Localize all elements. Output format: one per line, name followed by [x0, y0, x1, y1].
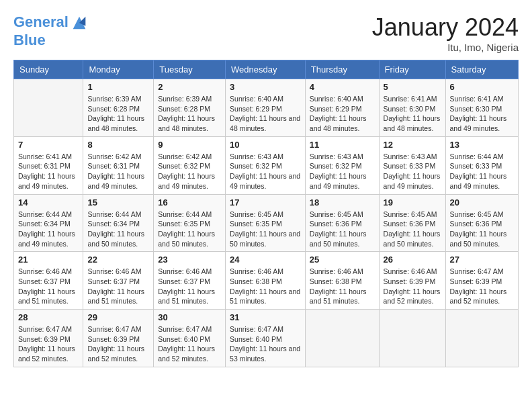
day-number: 8 — [87, 140, 149, 150]
calendar-cell — [305, 310, 379, 367]
calendar-cell: 11Sunrise: 6:43 AMSunset: 6:32 PMDayligh… — [305, 136, 379, 194]
day-number: 11 — [310, 140, 375, 150]
day-number: 17 — [230, 197, 301, 208]
day-info: Sunrise: 6:42 AMSunset: 6:32 PMDaylight:… — [158, 152, 221, 191]
day-info: Sunrise: 6:44 AMSunset: 6:34 PMDaylight:… — [18, 210, 79, 249]
day-info: Sunrise: 6:41 AMSunset: 6:31 PMDaylight:… — [18, 152, 79, 191]
day-number: 1 — [87, 82, 149, 92]
logo: General Blue — [13, 13, 89, 48]
day-info: Sunrise: 6:44 AMSunset: 6:34 PMDaylight:… — [87, 210, 149, 249]
calendar-cell: 10Sunrise: 6:43 AMSunset: 6:32 PMDayligh… — [226, 136, 306, 194]
day-info: Sunrise: 6:47 AMSunset: 6:40 PMDaylight:… — [230, 324, 301, 364]
calendar-cell: 15Sunrise: 6:44 AMSunset: 6:34 PMDayligh… — [83, 194, 154, 252]
calendar-cell — [445, 310, 518, 367]
day-info: Sunrise: 6:46 AMSunset: 6:38 PMDaylight:… — [310, 267, 375, 306]
day-info: Sunrise: 6:47 AMSunset: 6:39 PMDaylight:… — [450, 267, 514, 306]
day-info: Sunrise: 6:42 AMSunset: 6:31 PMDaylight:… — [87, 152, 149, 191]
calendar-cell: 2Sunrise: 6:39 AMSunset: 6:28 PMDaylight… — [154, 79, 226, 137]
calendar-cell: 12Sunrise: 6:43 AMSunset: 6:33 PMDayligh… — [379, 136, 445, 194]
day-number: 28 — [18, 312, 79, 322]
day-number: 29 — [87, 312, 149, 322]
day-number: 26 — [384, 255, 441, 265]
day-info: Sunrise: 6:46 AMSunset: 6:37 PMDaylight:… — [158, 267, 221, 306]
day-number: 3 — [230, 82, 301, 92]
week-row-2: 7Sunrise: 6:41 AMSunset: 6:31 PMDaylight… — [14, 136, 519, 194]
calendar-cell: 24Sunrise: 6:46 AMSunset: 6:38 PMDayligh… — [226, 252, 306, 310]
calendar-cell: 3Sunrise: 6:40 AMSunset: 6:29 PMDaylight… — [226, 79, 306, 137]
day-number: 2 — [158, 82, 221, 92]
day-number: 15 — [87, 197, 149, 208]
day-info: Sunrise: 6:43 AMSunset: 6:33 PMDaylight:… — [384, 152, 441, 191]
calendar-cell: 23Sunrise: 6:46 AMSunset: 6:37 PMDayligh… — [154, 252, 226, 310]
day-info: Sunrise: 6:41 AMSunset: 6:30 PMDaylight:… — [384, 94, 441, 134]
day-number: 4 — [310, 82, 375, 92]
day-info: Sunrise: 6:45 AMSunset: 6:36 PMDaylight:… — [450, 210, 514, 249]
day-number: 12 — [384, 140, 441, 150]
calendar-table: SundayMondayTuesdayWednesdayThursdayFrid… — [13, 60, 519, 367]
weekday-header-saturday: Saturday — [445, 60, 518, 79]
calendar-cell: 1Sunrise: 6:39 AMSunset: 6:28 PMDaylight… — [83, 79, 154, 137]
title-section: January 2024 Itu, Imo, Nigeria — [372, 13, 519, 53]
day-number: 31 — [230, 312, 301, 322]
calendar-cell: 9Sunrise: 6:42 AMSunset: 6:32 PMDaylight… — [154, 136, 226, 194]
day-info: Sunrise: 6:45 AMSunset: 6:36 PMDaylight:… — [310, 210, 375, 249]
calendar-cell: 25Sunrise: 6:46 AMSunset: 6:38 PMDayligh… — [305, 252, 379, 310]
day-number: 14 — [18, 197, 79, 208]
logo-text: General — [13, 13, 89, 32]
day-info: Sunrise: 6:44 AMSunset: 6:35 PMDaylight:… — [158, 210, 221, 249]
calendar-cell — [379, 310, 445, 367]
day-info: Sunrise: 6:46 AMSunset: 6:37 PMDaylight:… — [87, 267, 149, 306]
day-number: 5 — [384, 82, 441, 92]
day-info: Sunrise: 6:39 AMSunset: 6:28 PMDaylight:… — [158, 94, 221, 134]
calendar-cell: 30Sunrise: 6:47 AMSunset: 6:40 PMDayligh… — [154, 310, 226, 367]
day-info: Sunrise: 6:40 AMSunset: 6:29 PMDaylight:… — [230, 94, 301, 134]
day-info: Sunrise: 6:43 AMSunset: 6:32 PMDaylight:… — [230, 152, 301, 191]
weekday-header-tuesday: Tuesday — [154, 60, 226, 79]
calendar-cell: 31Sunrise: 6:47 AMSunset: 6:40 PMDayligh… — [226, 310, 306, 367]
calendar-cell: 27Sunrise: 6:47 AMSunset: 6:39 PMDayligh… — [445, 252, 518, 310]
day-number: 19 — [384, 197, 441, 208]
calendar-cell: 17Sunrise: 6:45 AMSunset: 6:35 PMDayligh… — [226, 194, 306, 252]
day-info: Sunrise: 6:44 AMSunset: 6:33 PMDaylight:… — [450, 152, 514, 191]
day-number: 13 — [450, 140, 514, 150]
week-row-1: 1Sunrise: 6:39 AMSunset: 6:28 PMDaylight… — [14, 79, 519, 137]
weekday-header-thursday: Thursday — [305, 60, 379, 79]
day-info: Sunrise: 6:46 AMSunset: 6:39 PMDaylight:… — [384, 267, 441, 306]
day-number: 21 — [18, 255, 79, 265]
calendar-cell: 21Sunrise: 6:46 AMSunset: 6:37 PMDayligh… — [14, 252, 83, 310]
weekday-header-sunday: Sunday — [14, 60, 83, 79]
day-number: 20 — [450, 197, 514, 208]
day-info: Sunrise: 6:46 AMSunset: 6:38 PMDaylight:… — [230, 267, 301, 306]
calendar-cell: 29Sunrise: 6:47 AMSunset: 6:39 PMDayligh… — [83, 310, 154, 367]
day-info: Sunrise: 6:39 AMSunset: 6:28 PMDaylight:… — [87, 94, 149, 134]
calendar-cell: 14Sunrise: 6:44 AMSunset: 6:34 PMDayligh… — [14, 194, 83, 252]
calendar-cell: 4Sunrise: 6:40 AMSunset: 6:29 PMDaylight… — [305, 79, 379, 137]
calendar-cell: 16Sunrise: 6:44 AMSunset: 6:35 PMDayligh… — [154, 194, 226, 252]
location: Itu, Imo, Nigeria — [372, 42, 519, 53]
day-info: Sunrise: 6:43 AMSunset: 6:32 PMDaylight:… — [310, 152, 375, 191]
day-info: Sunrise: 6:46 AMSunset: 6:37 PMDaylight:… — [18, 267, 79, 306]
calendar-cell: 13Sunrise: 6:44 AMSunset: 6:33 PMDayligh… — [445, 136, 518, 194]
day-info: Sunrise: 6:45 AMSunset: 6:36 PMDaylight:… — [384, 210, 441, 249]
calendar-cell: 26Sunrise: 6:46 AMSunset: 6:39 PMDayligh… — [379, 252, 445, 310]
day-info: Sunrise: 6:40 AMSunset: 6:29 PMDaylight:… — [310, 94, 375, 134]
day-info: Sunrise: 6:45 AMSunset: 6:35 PMDaylight:… — [230, 210, 301, 249]
calendar-cell: 28Sunrise: 6:47 AMSunset: 6:39 PMDayligh… — [14, 310, 83, 367]
day-number: 10 — [230, 140, 301, 150]
day-number: 18 — [310, 197, 375, 208]
calendar-cell: 7Sunrise: 6:41 AMSunset: 6:31 PMDaylight… — [14, 136, 83, 194]
weekday-header-wednesday: Wednesday — [226, 60, 306, 79]
weekday-header-friday: Friday — [379, 60, 445, 79]
day-number: 7 — [18, 140, 79, 150]
calendar-cell — [14, 79, 83, 137]
week-row-3: 14Sunrise: 6:44 AMSunset: 6:34 PMDayligh… — [14, 194, 519, 252]
day-number: 6 — [450, 82, 514, 92]
day-number: 16 — [158, 197, 221, 208]
calendar-cell: 5Sunrise: 6:41 AMSunset: 6:30 PMDaylight… — [379, 79, 445, 137]
month-title: January 2024 — [372, 13, 519, 42]
day-info: Sunrise: 6:47 AMSunset: 6:39 PMDaylight:… — [87, 324, 149, 364]
day-number: 30 — [158, 312, 221, 322]
day-number: 27 — [450, 255, 514, 265]
calendar-cell: 20Sunrise: 6:45 AMSunset: 6:36 PMDayligh… — [445, 194, 518, 252]
day-number: 9 — [158, 140, 221, 150]
